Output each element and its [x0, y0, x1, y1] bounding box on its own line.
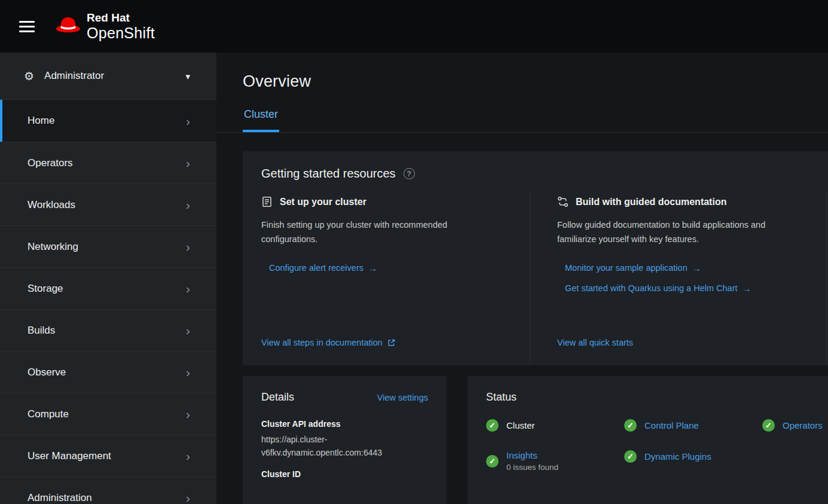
cluster-api-address-value: https://api.cluster-v6fkv.dynamic.opentl…: [261, 433, 428, 459]
brand-logo[interactable]: Red Hat OpenShift: [55, 11, 155, 41]
brand-bottom-text: OpenShift: [87, 25, 155, 41]
check-circle-icon: ✓: [624, 450, 637, 463]
sidebar-item-label: Observe: [28, 366, 66, 378]
arrow-right-icon: →: [368, 264, 377, 273]
gear-icon: ⚙: [24, 71, 34, 82]
clipboard-check-icon: [261, 196, 273, 207]
sidebar-item-label: Networking: [28, 241, 78, 253]
control-plane-link[interactable]: Control Plane: [644, 420, 699, 430]
configure-alert-receivers-link[interactable]: Configure alert receivers →: [269, 263, 503, 273]
tabs-bar: Cluster: [216, 108, 828, 133]
operators-link[interactable]: Operators: [783, 420, 823, 430]
status-item-cluster: ✓ Cluster: [486, 419, 624, 432]
help-icon[interactable]: ?: [404, 168, 415, 179]
redhat-fedora-icon: [55, 16, 81, 36]
sidebar-item-administration[interactable]: Administration ›: [0, 476, 216, 504]
check-circle-icon: ✓: [762, 419, 775, 432]
chevron-right-icon: ›: [186, 240, 190, 253]
sidebar-item-label: Home: [28, 115, 54, 127]
insights-issues-text: 0 issues found: [506, 463, 558, 472]
monitor-sample-app-link[interactable]: Monitor your sample application →: [565, 263, 799, 273]
setup-cluster-section: Set up your cluster Finish setting up yo…: [243, 193, 530, 365]
brand-text: Red Hat OpenShift: [87, 11, 155, 41]
sidebar-item-home[interactable]: Home ›: [0, 100, 216, 142]
chevron-right-icon: ›: [186, 450, 190, 462]
sidebar-item-workloads[interactable]: Workloads ›: [0, 184, 216, 225]
quarkus-helm-chart-link[interactable]: Get started with Quarkus using a Helm Ch…: [565, 283, 799, 293]
chevron-right-icon: ›: [186, 282, 190, 295]
sidebar-item-operators[interactable]: Operators ›: [0, 142, 216, 184]
chevron-right-icon: ›: [186, 366, 190, 378]
status-item-insights: ✓ Insights 0 issues found: [486, 450, 624, 472]
insights-link[interactable]: Insights: [506, 450, 558, 460]
guided-docs-title: Build with guided documentation: [576, 197, 726, 207]
guided-docs-description: Follow guided documentation to build app…: [557, 218, 799, 246]
brand-top-text: Red Hat: [87, 11, 155, 24]
status-item-dynamic-plugins: ✓ Dynamic Plugins: [624, 450, 762, 463]
sidebar-item-label: Workloads: [28, 199, 75, 211]
details-card: Details View settings Cluster API addres…: [243, 376, 447, 504]
sidebar-item-networking[interactable]: Networking ›: [0, 225, 216, 267]
getting-started-card: Getting started resources ? Set up your …: [243, 151, 828, 365]
check-circle-icon: ✓: [624, 419, 637, 432]
sidebar-item-label: User Management: [28, 450, 111, 462]
status-card-header: Status: [486, 391, 828, 404]
check-circle-icon: ✓: [486, 455, 499, 468]
status-card: Status View alerts ✓ Cluster ✓: [468, 376, 828, 504]
perspective-switcher[interactable]: ⚙ Administrator ▾: [0, 53, 216, 100]
cluster-api-address-label: Cluster API address: [261, 419, 428, 429]
cluster-id-label: Cluster ID: [261, 469, 428, 479]
cluster-status-label: Cluster: [506, 420, 535, 430]
guided-docs-section: Build with guided documentation Follow g…: [530, 193, 826, 365]
sidebar: ⚙ Administrator ▾ Home › Operators › Wor…: [0, 53, 216, 504]
details-card-header: Details View settings: [261, 391, 428, 404]
check-glyph: ✓: [627, 421, 634, 429]
sidebar-item-compute[interactable]: Compute ›: [0, 393, 216, 435]
chevron-right-icon: ›: [186, 408, 190, 420]
setup-cluster-heading: Set up your cluster: [261, 196, 503, 207]
getting-started-header: Getting started resources ?: [243, 151, 828, 181]
cluster-api-address-field: Cluster API address https://api.cluster-…: [261, 419, 428, 459]
chevron-right-icon: ›: [186, 491, 190, 504]
sidebar-item-label: Storage: [28, 283, 63, 295]
sidebar-item-label: Compute: [28, 408, 69, 420]
external-link-icon: [387, 339, 395, 347]
menu-icon: [19, 21, 35, 32]
perspective-label: Administrator: [44, 70, 104, 82]
arrow-right-icon: →: [743, 284, 751, 293]
page-title: Overview: [216, 53, 828, 91]
sidebar-item-label: Builds: [28, 325, 55, 337]
tab-cluster[interactable]: Cluster: [243, 108, 279, 132]
setup-cluster-description: Finish setting up your cluster with reco…: [261, 218, 503, 246]
setup-cluster-title: Set up your cluster: [280, 197, 366, 207]
details-title: Details: [261, 391, 294, 404]
view-settings-link[interactable]: View settings: [377, 393, 428, 402]
getting-started-title: Getting started resources: [261, 167, 396, 181]
sidebar-item-observe[interactable]: Observe ›: [0, 351, 216, 393]
sidebar-item-label: Operators: [28, 157, 73, 169]
guided-docs-heading: Build with guided documentation: [557, 196, 799, 207]
sidebar-item-builds[interactable]: Builds ›: [0, 309, 216, 351]
sidebar-item-storage[interactable]: Storage ›: [0, 267, 216, 309]
menu-button[interactable]: [14, 16, 39, 37]
chevron-right-icon: ›: [186, 324, 190, 337]
getting-started-columns: Set up your cluster Finish setting up yo…: [243, 193, 828, 365]
link-text: View all steps in documentation: [261, 338, 383, 347]
masthead: Red Hat OpenShift: [0, 0, 828, 53]
link-text: Monitor your sample application: [565, 263, 688, 273]
status-item-control-plane: ✓ Control Plane: [624, 419, 762, 432]
status-title: Status: [486, 391, 517, 404]
status-grid: ✓ Cluster ✓ Control Plane: [486, 419, 828, 472]
sidebar-item-user-management[interactable]: User Management ›: [0, 435, 216, 476]
dynamic-plugins-link[interactable]: Dynamic Plugins: [644, 451, 711, 462]
caret-down-icon: ▾: [185, 72, 190, 81]
nav-list: Home › Operators › Workloads › Networkin…: [0, 100, 216, 504]
dashboard-content: Getting started resources ? Set up your …: [216, 133, 828, 504]
link-text: View all quick starts: [557, 338, 633, 347]
check-glyph: ✓: [765, 421, 772, 429]
chevron-right-icon: ›: [186, 115, 190, 127]
view-all-steps-link[interactable]: View all steps in documentation: [261, 338, 503, 347]
arrow-right-icon: →: [692, 264, 701, 273]
view-all-quick-starts-link[interactable]: View all quick starts: [557, 338, 799, 347]
check-glyph: ✓: [489, 457, 496, 465]
